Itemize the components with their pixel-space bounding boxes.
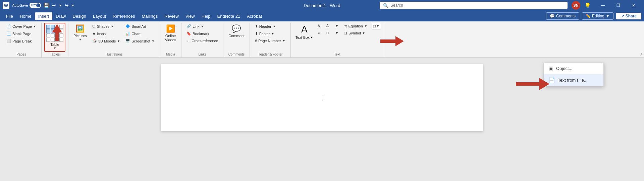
text-eq-col: π Equation ▼ Ω Symbol ▼ bbox=[342, 23, 370, 36]
icons-button[interactable]: ★ Icons bbox=[90, 30, 123, 37]
object-menu-icon: ▣ bbox=[548, 65, 553, 72]
bookmark-button[interactable]: 🔖 Bookmark bbox=[184, 30, 220, 37]
undo-button[interactable]: ↩ bbox=[52, 3, 56, 8]
cover-page-dropdown[interactable]: ▼ bbox=[33, 25, 36, 28]
comment-button[interactable]: 💬 Comment bbox=[226, 23, 247, 39]
customize-qat[interactable]: ▼ bbox=[71, 4, 75, 7]
page-break-button[interactable]: ⬜ Page Break bbox=[4, 37, 39, 44]
table-cell bbox=[55, 33, 59, 37]
smartart-label: SmartArt bbox=[131, 24, 146, 28]
models3d-dropdown[interactable]: ▼ bbox=[117, 39, 120, 43]
cross-reference-button[interactable]: ↔ Cross-reference bbox=[184, 37, 220, 44]
menu-home[interactable]: Home bbox=[16, 12, 35, 20]
menu-acrobat[interactable]: Acrobat bbox=[244, 12, 265, 20]
format-dropdown[interactable]: ▼ bbox=[333, 23, 341, 29]
table-button[interactable]: Table ▼ bbox=[44, 23, 65, 52]
footer-button[interactable]: ⬇ Footer ▼ bbox=[253, 30, 288, 37]
table-cell bbox=[51, 38, 55, 42]
equation-label: Equation bbox=[348, 24, 363, 28]
save-button[interactable]: 💾 bbox=[44, 3, 49, 8]
page-number-button[interactable]: # Page Number ▼ bbox=[253, 37, 288, 44]
lightbulb-icon[interactable]: 💡 bbox=[584, 2, 591, 9]
screenshot-dropdown[interactable]: ▼ bbox=[152, 39, 155, 43]
page-number-dropdown[interactable]: ▼ bbox=[282, 39, 285, 42]
undo-dropdown[interactable]: ▼ bbox=[59, 4, 62, 7]
pictures-button[interactable]: 🖼️ Pictures ▼ bbox=[71, 23, 89, 43]
more-button[interactable]: ▼ bbox=[333, 30, 341, 36]
font-color-button[interactable]: A bbox=[316, 23, 324, 29]
screenshot-button[interactable]: 🖥️ Screenshot ▼ bbox=[123, 37, 157, 44]
close-button[interactable]: ✕ bbox=[626, 0, 641, 11]
align-button[interactable]: ≡ bbox=[316, 30, 324, 36]
media-items: ▶️ OnlineVideos bbox=[163, 23, 178, 52]
ribbon-group-tables: Table ▼ Tables bbox=[42, 23, 68, 57]
comments-button[interactable]: 💬 Comments bbox=[546, 12, 579, 20]
autosave-toggle[interactable]: Off bbox=[30, 3, 41, 8]
object-dropdown-btn[interactable]: □ ▼ bbox=[372, 23, 381, 29]
cross-ref-icon: ↔ bbox=[186, 39, 190, 43]
text-style-button[interactable]: A bbox=[325, 23, 333, 29]
table-cell bbox=[46, 33, 50, 37]
header-button[interactable]: ⬆ Header ▼ bbox=[253, 23, 288, 30]
menu-view[interactable]: View bbox=[182, 12, 198, 20]
chart-button[interactable]: 📊 Chart bbox=[123, 30, 157, 37]
editing-dropdown-icon: ▼ bbox=[606, 14, 610, 18]
menu-draw[interactable]: Draw bbox=[52, 12, 69, 20]
media-group-label: Media bbox=[166, 52, 175, 57]
search-input[interactable] bbox=[390, 3, 564, 8]
pictures-dropdown[interactable]: ▼ bbox=[78, 38, 82, 41]
equation-dropdown[interactable]: ▼ bbox=[364, 24, 367, 28]
tables-group-label: Tables bbox=[50, 52, 60, 57]
toggle-state: Off bbox=[31, 3, 36, 7]
link-icon: 🔗 bbox=[186, 24, 191, 28]
menu-review[interactable]: Review bbox=[161, 12, 182, 20]
online-videos-button[interactable]: ▶️ OnlineVideos bbox=[163, 23, 178, 43]
search-bar[interactable]: 🔍 bbox=[380, 2, 568, 9]
format-icon: ▼ bbox=[335, 24, 339, 28]
menu-design[interactable]: Design bbox=[69, 12, 90, 20]
shapes-button[interactable]: ⬡ Shapes ▼ bbox=[90, 23, 123, 30]
menu-file[interactable]: File bbox=[3, 12, 16, 20]
menu-insert[interactable]: Insert bbox=[35, 12, 53, 20]
title-bar: W AutoSave Off 💾 ↩ ▼ ↪ ▼ Document1 - Wor… bbox=[0, 0, 644, 11]
table-dropdown[interactable]: ▼ bbox=[53, 47, 56, 50]
restore-button[interactable]: ❐ bbox=[610, 0, 626, 11]
text-col: A A ▼ ≡ □ ▼ bbox=[316, 23, 341, 36]
menu-layout[interactable]: Layout bbox=[90, 12, 109, 20]
equation-button[interactable]: π Equation ▼ bbox=[342, 23, 370, 29]
editing-label: Editing bbox=[592, 14, 604, 18]
share-button[interactable]: ↗ Share bbox=[616, 13, 641, 19]
menu-endnote[interactable]: EndNote 21 bbox=[214, 12, 244, 20]
indent-button[interactable]: □ bbox=[325, 30, 333, 36]
screenshot-icon: 🖥️ bbox=[125, 39, 130, 43]
menu-references[interactable]: References bbox=[109, 12, 138, 20]
object-chevron[interactable]: ▼ bbox=[376, 24, 379, 28]
link-dropdown[interactable]: ▼ bbox=[201, 25, 204, 28]
link-label: Link bbox=[193, 24, 199, 28]
ribbon-collapse-button[interactable]: ∧ bbox=[640, 52, 643, 57]
redo-button[interactable]: ↪ bbox=[65, 3, 69, 8]
smartart-button[interactable]: 🔷 SmartArt bbox=[123, 23, 157, 30]
autosave-control: AutoSave Off bbox=[12, 3, 41, 8]
text-box-button[interactable]: A Text Box ▼ bbox=[293, 23, 315, 41]
editing-button[interactable]: ✏️ Editing ▼ bbox=[582, 12, 613, 20]
footer-dropdown[interactable]: ▼ bbox=[271, 32, 274, 35]
text-box-dropdown[interactable]: ▼ bbox=[310, 36, 313, 39]
menu-help[interactable]: Help bbox=[198, 12, 214, 20]
minimize-button[interactable]: — bbox=[595, 0, 610, 11]
menu-mailings[interactable]: Mailings bbox=[139, 12, 161, 20]
symbol-dropdown[interactable]: ▼ bbox=[362, 31, 365, 35]
symbol-button[interactable]: Ω Symbol ▼ bbox=[342, 30, 370, 36]
models3d-button[interactable]: 🎲 3D Models ▼ bbox=[90, 37, 123, 44]
comment-ribbon-icon: 💬 bbox=[232, 24, 241, 33]
header-dropdown[interactable]: ▼ bbox=[273, 25, 276, 28]
text-from-file-menu-item[interactable]: 📄 Text from File... bbox=[544, 74, 603, 86]
blank-page-button[interactable]: 📃 Blank Page bbox=[4, 30, 39, 37]
hf-group-label: Header & Footer bbox=[258, 52, 282, 57]
link-button[interactable]: 🔗 Link ▼ bbox=[184, 23, 220, 30]
object-menu-item[interactable]: ▣ Object... bbox=[544, 63, 603, 74]
shapes-dropdown[interactable]: ▼ bbox=[111, 25, 114, 28]
cover-page-button[interactable]: 📄 Cover Page ▼ bbox=[4, 23, 39, 30]
pages-group-label: Pages bbox=[16, 52, 26, 57]
document-page[interactable] bbox=[161, 64, 483, 131]
